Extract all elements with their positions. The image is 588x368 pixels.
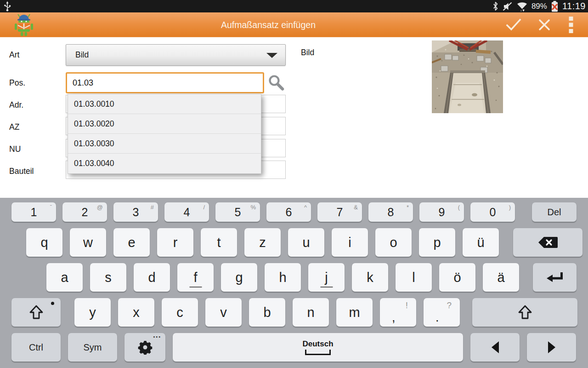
keyboard-row-4: yxcvbnm,!.? (0, 298, 588, 327)
key-x[interactable]: x (118, 298, 154, 327)
key-l[interactable]: l (396, 263, 432, 292)
key-label: r (173, 236, 178, 249)
bild-label: Bild (301, 48, 314, 58)
key-alt-label: ) (509, 204, 511, 211)
key-arrow-right[interactable] (527, 333, 576, 362)
close-button[interactable] (537, 17, 552, 33)
key-j[interactable]: j (308, 263, 345, 292)
key-label: s (105, 271, 112, 284)
key-label: e (128, 236, 135, 249)
suggestion-item[interactable]: 01.03.0040 (68, 154, 261, 173)
key-num-8[interactable]: 8* (368, 202, 413, 222)
key-d[interactable]: d (134, 263, 170, 292)
key-r[interactable]: r (157, 228, 193, 257)
key-arrow-left[interactable] (470, 333, 520, 362)
key-label: 2 (82, 207, 88, 218)
key-oe[interactable]: ö (439, 263, 475, 292)
key-enter[interactable] (533, 263, 577, 292)
key-o[interactable]: o (375, 228, 412, 257)
pos-input[interactable] (66, 72, 264, 93)
key-num-9[interactable]: 9( (419, 202, 464, 222)
key-e[interactable]: e (113, 228, 150, 257)
key-backspace[interactable] (513, 228, 582, 257)
key-label: n (307, 306, 314, 319)
key-alt-label: % (250, 204, 256, 211)
keyboard-row-2: qwertzuiopü (0, 228, 588, 257)
key-shift-left[interactable] (11, 298, 61, 327)
key-space[interactable]: Deutsch (173, 333, 463, 362)
key-q[interactable]: q (26, 228, 62, 257)
key-ctrl[interactable]: Ctrl (11, 333, 61, 362)
key-b[interactable]: b (249, 298, 285, 327)
arrow-right-icon (547, 340, 556, 354)
key-num-4[interactable]: 4/ (164, 202, 209, 222)
key-n[interactable]: n (293, 298, 329, 327)
key-label: i (348, 236, 351, 249)
key-ue[interactable]: ü (463, 228, 499, 257)
suggestion-item[interactable]: 01.03.0030 (68, 134, 261, 154)
arrow-left-icon (491, 340, 500, 354)
key-num-3[interactable]: 3# (113, 202, 158, 222)
suggestion-item[interactable]: 01.03.0010 (68, 94, 261, 114)
app-robot-icon[interactable] (13, 13, 35, 37)
home-row-marker (189, 287, 202, 288)
key-k[interactable]: k (352, 263, 388, 292)
key-f[interactable]: f (177, 263, 214, 292)
home-row-marker (320, 287, 333, 288)
confirm-button[interactable] (505, 16, 522, 34)
keyboard: 1ˉ2@3#4/5%6^7&8*9(0)Delqwertzuiopüasdfgh… (0, 198, 588, 368)
key-del[interactable]: Del (532, 202, 577, 222)
key-a[interactable]: a (46, 263, 83, 292)
key-period[interactable]: .? (424, 298, 460, 327)
key-p[interactable]: p (419, 228, 455, 257)
key-num-5[interactable]: 5% (215, 202, 260, 222)
suggestion-item[interactable]: 01.03.0020 (68, 114, 261, 134)
key-label: 8 (388, 207, 394, 218)
key-label: m (349, 306, 360, 319)
key-z[interactable]: z (244, 228, 281, 257)
key-t[interactable]: t (201, 228, 237, 257)
suggestion-dropdown: 01.03.001001.03.002001.03.003001.03.0040 (68, 94, 261, 174)
search-icon[interactable] (267, 74, 285, 92)
status-bar: 89% 11:19 (0, 0, 588, 12)
key-w[interactable]: w (70, 228, 106, 257)
usb-icon (4, 1, 11, 12)
key-u[interactable]: u (288, 228, 324, 257)
key-m[interactable]: m (336, 298, 373, 327)
photo-thumbnail[interactable] (432, 40, 503, 113)
key-shift-right[interactable] (472, 298, 577, 327)
overflow-menu-button[interactable] (568, 16, 574, 34)
art-spinner[interactable]: Bild (66, 44, 286, 66)
status-icons: 89% 11:19 (492, 0, 586, 12)
art-label: Art (9, 50, 19, 60)
key-label: j (325, 271, 328, 284)
key-num-1[interactable]: 1ˉ (11, 202, 56, 222)
key-ae[interactable]: ä (483, 263, 519, 292)
key-label: 0 (490, 207, 496, 218)
key-g[interactable]: g (221, 263, 257, 292)
app-bar: Aufmaßansatz einfügen (0, 12, 588, 37)
key-alt-label: / (203, 204, 205, 211)
key-comma[interactable]: ,! (380, 298, 416, 327)
key-h[interactable]: h (265, 263, 301, 292)
key-num-7[interactable]: 7& (317, 202, 362, 222)
pos-label: Pos. (9, 78, 25, 88)
key-y[interactable]: y (74, 298, 111, 327)
key-alt-label: @ (97, 204, 103, 211)
key-label: 4 (184, 207, 190, 218)
check-icon (505, 18, 522, 32)
key-num-6[interactable]: 6^ (266, 202, 311, 222)
page-title: Aufmaßansatz einfügen (221, 20, 316, 30)
key-sym[interactable]: Sym (68, 333, 117, 362)
key-num-0[interactable]: 0) (470, 202, 515, 222)
key-i[interactable]: i (332, 228, 368, 257)
key-label: c (176, 306, 183, 319)
key-settings[interactable]: ••• (124, 333, 165, 362)
key-num-2[interactable]: 2@ (62, 202, 107, 222)
key-alt-label: ˉ (50, 204, 52, 211)
caps-indicator-dot (51, 302, 54, 305)
key-c[interactable]: c (162, 298, 198, 327)
key-label: 6 (286, 207, 292, 218)
key-s[interactable]: s (90, 263, 126, 292)
key-v[interactable]: v (205, 298, 242, 327)
